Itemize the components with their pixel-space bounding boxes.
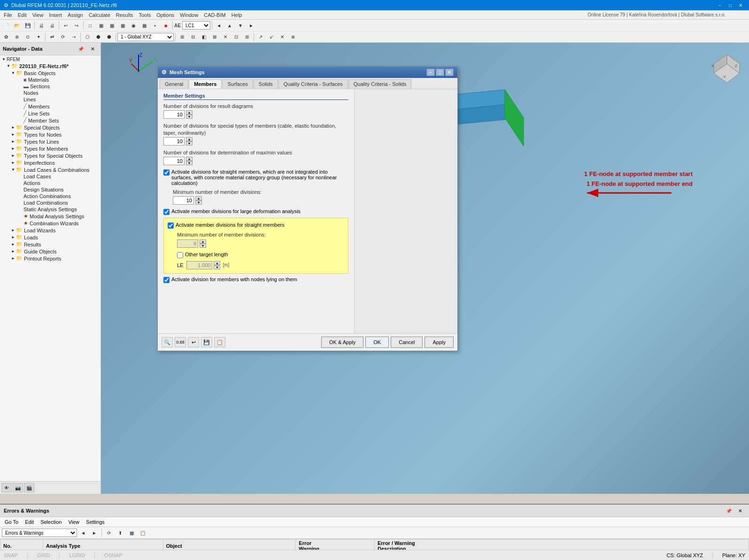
apply-button[interactable]: Apply xyxy=(425,337,454,348)
input-le[interactable] xyxy=(186,261,212,269)
tb2-1[interactable]: ✿ xyxy=(1,32,11,42)
errors-prev-btn[interactable]: ◄ xyxy=(78,528,88,537)
tree-special-objects[interactable]: ► 📁 Special Objects xyxy=(0,124,100,131)
tb-icon7[interactable]: ▪ xyxy=(150,21,160,30)
tree-actions[interactable]: Actions xyxy=(0,180,100,186)
errors-menu-settings[interactable]: Settings xyxy=(83,518,108,526)
spinner-down-yellow[interactable]: ▼ xyxy=(200,244,206,248)
errors-copy[interactable]: 📋 xyxy=(138,528,148,537)
status-osnap[interactable]: OSNAP xyxy=(104,552,123,558)
menu-view[interactable]: View xyxy=(30,11,46,19)
tree-rfem-root[interactable]: ▼ RFEM xyxy=(0,56,100,62)
errors-close-btn[interactable]: ✕ xyxy=(735,506,745,515)
tb2-7[interactable]: ⇢ xyxy=(69,32,79,42)
spinner-up-4[interactable]: ▲ xyxy=(195,196,202,200)
errors-menu-selection[interactable]: Selection xyxy=(38,518,64,526)
menu-results[interactable]: Results xyxy=(113,11,136,19)
spinner-down-1[interactable]: ▼ xyxy=(186,115,193,119)
tree-expand-results[interactable]: ► xyxy=(11,242,15,246)
tab-general[interactable]: General xyxy=(160,79,188,89)
tb-icon6[interactable]: ▦ xyxy=(139,21,149,30)
menu-help[interactable]: Help xyxy=(229,11,245,19)
new-btn[interactable]: 📄 xyxy=(1,21,11,30)
tb2-15[interactable]: ✕ xyxy=(220,32,231,42)
tree-expand-lw[interactable]: ► xyxy=(11,228,15,232)
dialog-maximize-btn[interactable]: □ xyxy=(436,69,444,76)
dialog-close-btn[interactable]: ✕ xyxy=(445,69,454,76)
footer-value-btn[interactable]: 0.68 xyxy=(175,337,186,347)
tree-expand-types-nodes[interactable]: ► xyxy=(11,132,15,137)
tb2-12[interactable]: ⊟ xyxy=(188,32,198,42)
footer-copy-btn[interactable]: 📋 xyxy=(214,337,225,347)
tree-member-sets[interactable]: ╱ Member Sets xyxy=(0,117,100,124)
ok-button[interactable]: OK xyxy=(365,337,389,348)
tb2-5[interactable]: ⇄ xyxy=(47,32,57,42)
tb2-6[interactable]: ⟳ xyxy=(58,32,68,42)
spinner-down-3[interactable]: ▼ xyxy=(186,161,193,165)
tree-expand-guide[interactable]: ► xyxy=(11,249,15,253)
tb2-16[interactable]: ⊡ xyxy=(231,32,241,42)
tree-lines[interactable]: Lines xyxy=(0,96,100,103)
tb-nav1[interactable]: ◄ xyxy=(214,21,224,30)
tree-expand-loads[interactable]: ► xyxy=(11,235,15,239)
tb-nav2[interactable]: ▲ xyxy=(224,21,235,30)
footer-search-btn[interactable]: 🔍 xyxy=(162,337,173,347)
menu-calculate[interactable]: Calculate xyxy=(86,11,113,19)
errors-filter2[interactable]: ⬆ xyxy=(115,528,125,537)
tree-printout[interactable]: ► 📁 Printout Reports xyxy=(0,255,100,262)
input-result-diagrams[interactable] xyxy=(163,110,185,119)
tree-line-sets[interactable]: ╱ Line Sets xyxy=(0,110,100,117)
input-min-div-outer[interactable] xyxy=(173,196,194,205)
tab-quality-solids[interactable]: Quality Criteria - Solids xyxy=(348,79,411,89)
menu-assign[interactable]: Assign xyxy=(65,11,86,19)
errors-menu-goto[interactable]: Go To xyxy=(2,518,21,526)
tree-nodes[interactable]: Nodes xyxy=(0,90,100,96)
tb-icon1[interactable]: □ xyxy=(85,21,95,30)
cancel-button[interactable]: Cancel xyxy=(391,337,423,348)
menu-cad-bim[interactable]: CAD-BIM xyxy=(201,11,228,19)
errors-next-btn[interactable]: ► xyxy=(89,528,100,537)
minimize-button[interactable]: − xyxy=(715,1,725,9)
errors-menu-view[interactable]: View xyxy=(65,518,82,526)
tb2-9[interactable]: ⬢ xyxy=(93,32,103,42)
tab-solids[interactable]: Solids xyxy=(254,79,278,89)
nav-bottom-icon3[interactable]: 🎬 xyxy=(24,483,34,492)
errors-pin-btn[interactable]: 📌 xyxy=(724,506,734,515)
tree-expand-imperf[interactable]: ► xyxy=(11,161,15,165)
undo-btn[interactable]: ↩ xyxy=(61,21,71,30)
check-large-deform[interactable] xyxy=(163,209,170,215)
input-max-min[interactable] xyxy=(163,157,185,165)
tree-imperfections[interactable]: ► 📁 Imperfections xyxy=(0,159,100,166)
tree-static-analysis[interactable]: Static Analysis Settings xyxy=(0,206,100,213)
app-restore-btn[interactable]: □ xyxy=(739,11,748,19)
tree-load-wizards[interactable]: ► 📁 Load Wizards xyxy=(0,227,100,234)
redo-btn[interactable]: ↪ xyxy=(71,21,82,30)
tb2-8[interactable]: ⬡ xyxy=(82,32,93,42)
spinner-up-2[interactable]: ▲ xyxy=(186,137,193,141)
tree-expand-types-members[interactable]: ► xyxy=(11,146,15,151)
tb2-3[interactable]: ⊙ xyxy=(23,32,33,42)
tb2-13[interactable]: ◧ xyxy=(199,32,209,42)
tree-basic-objects[interactable]: ▼ 📁 Basic Objects xyxy=(0,69,100,77)
tree-design-situations[interactable]: Design Situations xyxy=(0,186,100,193)
errors-combo[interactable]: Errors & Warnings xyxy=(2,529,77,537)
status-snap[interactable]: SNAP xyxy=(4,552,18,558)
nav-pin-btn[interactable]: 📌 xyxy=(76,44,86,54)
close-button[interactable]: ✕ xyxy=(736,1,745,9)
tree-load-cases[interactable]: Load Cases xyxy=(0,173,100,180)
tb2-10[interactable]: ⬣ xyxy=(104,32,114,42)
tree-guide-objects[interactable]: ► 📁 Guide Objects xyxy=(0,248,100,255)
check-straight[interactable] xyxy=(168,222,174,229)
spinner-down-2[interactable]: ▼ xyxy=(186,141,193,146)
status-lgrid[interactable]: LGRID xyxy=(69,552,85,558)
tree-combination-wizards[interactable]: ★ Combination Wizards xyxy=(0,220,100,227)
print2-btn[interactable]: 🖨 xyxy=(47,21,57,30)
status-grid[interactable]: GRID xyxy=(37,552,50,558)
spinner-down-4[interactable]: ▼ xyxy=(195,200,202,205)
tree-expand-types-special[interactable]: ► xyxy=(11,153,15,158)
tb2-4[interactable]: ✦ xyxy=(33,32,44,42)
tree-expand-project[interactable]: ▼ xyxy=(7,64,10,68)
tree-members[interactable]: ╱ Members xyxy=(0,103,100,110)
lc-combo[interactable]: LC1 xyxy=(182,21,210,30)
menu-tools[interactable]: Tools xyxy=(136,11,154,19)
